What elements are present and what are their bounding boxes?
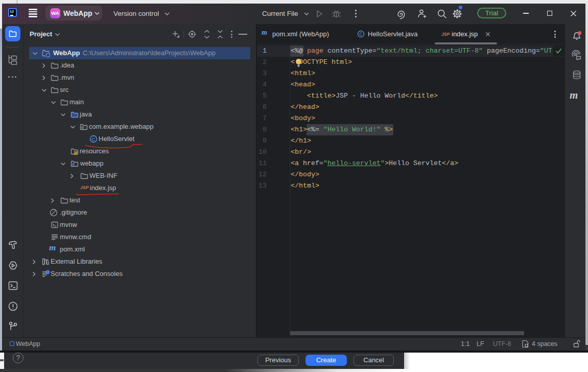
svg-text:C: C — [359, 32, 363, 37]
